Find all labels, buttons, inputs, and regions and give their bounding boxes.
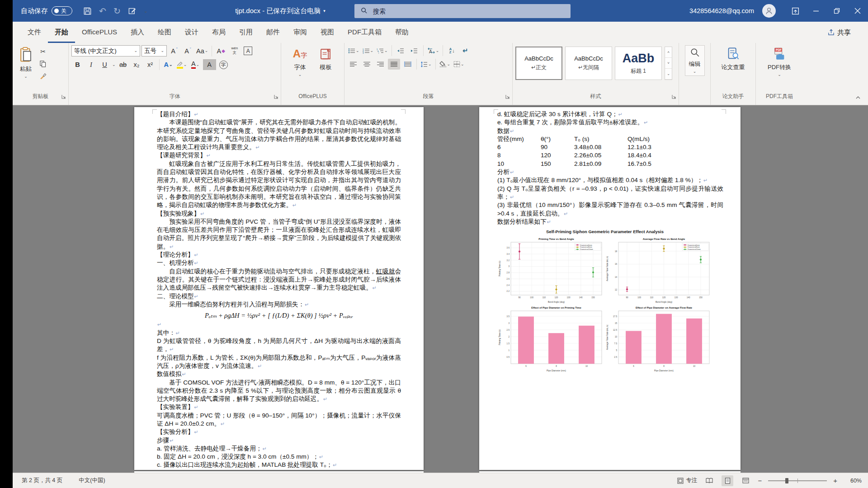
zoom-in-button[interactable]: + xyxy=(833,477,837,484)
tab-插入[interactable]: 插入 xyxy=(124,23,151,43)
styles-scrollbar[interactable]: ˄ ˅ ⌄ xyxy=(665,47,672,80)
print-layout-button[interactable] xyxy=(722,475,733,486)
styles-scroll-down-icon[interactable]: ˅ xyxy=(665,58,672,69)
tab-视图[interactable]: 视图 xyxy=(314,23,341,43)
style-↵正文[interactable]: AaBbCcDc↵正文 xyxy=(515,47,562,80)
align-center-button[interactable] xyxy=(361,59,373,70)
align-left-button[interactable] xyxy=(347,59,359,70)
strikethrough-button[interactable]: ab xyxy=(117,59,129,70)
language-indicator[interactable]: 中文(中国) xyxy=(79,477,105,484)
bullets-button[interactable]: ⌄ xyxy=(347,45,360,56)
tab-帮助[interactable]: 帮助 xyxy=(388,23,415,43)
tab-开始[interactable]: 开始 xyxy=(48,23,75,43)
multilevel-list-button[interactable]: 1ai ⌄ xyxy=(376,45,389,56)
autosave-toggle[interactable]: 自动保存 关 xyxy=(21,6,72,15)
pdf-convert-button[interactable]: PDF PDF转换 ⌄ xyxy=(764,45,795,79)
font-color-button[interactable]: A⌄ xyxy=(189,59,202,70)
grow-font-button[interactable]: Aˆ xyxy=(168,46,180,56)
asian-layout-button[interactable]: A ⌄ xyxy=(426,45,440,56)
tab-PDF工具箱[interactable]: PDF工具箱 xyxy=(341,23,388,43)
web-layout-button[interactable] xyxy=(740,475,751,486)
zoom-out-button[interactable]: − xyxy=(758,477,762,484)
borders-button[interactable]: ⌄ xyxy=(453,59,465,70)
style-↵无间隔[interactable]: AaBbCcDc↵无间隔 xyxy=(565,47,612,80)
restore-button[interactable] xyxy=(826,0,847,22)
officeplus-template-button[interactable]: 模板 xyxy=(315,45,336,73)
analysis-figure[interactable]: Self-Priming Siphon Geometric Parameter … xyxy=(497,228,712,373)
character-shading-button[interactable]: A xyxy=(203,59,216,70)
cut-icon[interactable]: ✂ xyxy=(38,47,48,56)
minimize-button[interactable] xyxy=(806,0,826,22)
tab-审阅[interactable]: 审阅 xyxy=(287,23,314,43)
search-input[interactable] xyxy=(372,7,546,15)
shrink-font-button[interactable]: Aˇ xyxy=(182,46,194,56)
sort-button[interactable]: AZ↓ xyxy=(446,45,458,56)
tab-绘图[interactable]: 绘图 xyxy=(151,23,178,43)
share-button[interactable]: 共享 xyxy=(823,26,855,39)
editing-button[interactable]: 编辑 ⌄ xyxy=(685,45,705,76)
officeplus-fonts-button[interactable]: A字 字体 ⌄ xyxy=(289,45,311,79)
shading-button[interactable]: ⌄ xyxy=(439,59,452,70)
page-indicator[interactable]: 第 2 页，共 4 页 xyxy=(22,477,62,484)
style-标题 1[interactable]: AaBb标题 1 xyxy=(615,47,662,80)
save-icon[interactable] xyxy=(83,7,92,15)
styles-more-icon[interactable]: ⌄ xyxy=(665,69,672,80)
subscript-button[interactable]: x₂ xyxy=(131,59,143,70)
document-title[interactable]: tjpt.docx - 已保存到这台电脑 ▾ xyxy=(208,0,353,22)
decrease-indent-button[interactable] xyxy=(395,45,407,56)
superscript-button[interactable]: x² xyxy=(144,59,156,70)
zoom-slider[interactable] xyxy=(768,480,827,481)
font-size-select[interactable]: 五号⌄ xyxy=(142,45,167,56)
paste-button[interactable]: 粘贴 ⌄ xyxy=(15,45,36,80)
zoom-slider-thumb[interactable] xyxy=(785,478,788,483)
underline-button[interactable]: U xyxy=(99,59,111,70)
tab-布局[interactable]: 布局 xyxy=(205,23,232,43)
phonetic-guide-button[interactable]: wén文 xyxy=(228,46,241,56)
enclose-characters-button[interactable]: 字 xyxy=(217,59,230,70)
focus-mode-button[interactable]: 专注 xyxy=(677,477,697,484)
format-painter-icon[interactable] xyxy=(38,71,48,80)
numbering-button[interactable]: 123 ⌄ xyxy=(362,45,375,56)
tab-邮件[interactable]: 邮件 xyxy=(259,23,287,43)
page-2[interactable]: 【题目介绍】↵本课题围绕“自启动虹吸管”展开，研究其在无需外部吸力条件下自动启动… xyxy=(134,107,424,470)
justify-button[interactable] xyxy=(388,59,400,70)
change-case-button[interactable]: Aa⌄ xyxy=(195,46,209,56)
font-dialog-launcher-icon[interactable] xyxy=(274,93,278,101)
italic-button[interactable]: I xyxy=(85,59,97,70)
clear-formatting-button[interactable]: A◆ xyxy=(215,46,227,56)
align-right-button[interactable] xyxy=(374,59,387,70)
avatar[interactable] xyxy=(762,4,776,18)
styles-dialog-launcher-icon[interactable] xyxy=(672,93,676,101)
highlight-button[interactable]: ⌄ xyxy=(176,59,188,70)
page-3[interactable]: d. 虹吸稳定后记录 30 s 累计体积，计算 Q；↵e. 每组合重复 7 次，… xyxy=(479,107,741,470)
collapse-ribbon-icon[interactable] xyxy=(855,93,861,101)
quick-stamp-icon[interactable] xyxy=(128,7,137,15)
paragraph-dialog-launcher-icon[interactable] xyxy=(505,93,510,101)
search-bar[interactable] xyxy=(354,4,571,18)
tab-引用[interactable]: 引用 xyxy=(232,23,259,43)
paste-dropdown-icon[interactable]: ⌄ xyxy=(24,75,28,79)
tab-OfficePLUS[interactable]: OfficePLUS xyxy=(75,23,124,43)
line-spacing-button[interactable]: ⌄ xyxy=(420,59,433,70)
copy-icon[interactable] xyxy=(38,59,48,68)
underline-dropdown-icon[interactable]: ⌄ xyxy=(112,63,116,67)
tab-设计[interactable]: 设计 xyxy=(178,23,205,43)
qat-dropdown-icon[interactable]: ⌄ xyxy=(144,9,148,14)
increase-indent-button[interactable] xyxy=(408,45,420,56)
autosave-pill[interactable]: 关 xyxy=(52,6,72,15)
text-effects-button[interactable]: A⌄ xyxy=(162,59,175,70)
show-marks-button[interactable]: ↵ xyxy=(459,45,472,56)
ribbon-display-options-icon[interactable] xyxy=(785,0,806,22)
font-family-select[interactable]: 等线 (中文正文)⌄ xyxy=(71,45,140,56)
close-button[interactable] xyxy=(847,0,868,22)
account-email[interactable]: 3428564628@qq.com xyxy=(689,7,754,14)
bold-button[interactable]: B xyxy=(71,59,84,70)
read-mode-button[interactable] xyxy=(703,475,715,486)
character-border-button[interactable]: A xyxy=(242,46,254,56)
zoom-level[interactable]: 60% xyxy=(844,478,862,484)
styles-scroll-up-icon[interactable]: ˄ xyxy=(665,47,672,58)
clipboard-dialog-launcher-icon[interactable] xyxy=(61,93,66,101)
paper-check-button[interactable]: 论文查重 xyxy=(718,45,749,73)
distribute-button[interactable] xyxy=(401,59,414,70)
tab-文件[interactable]: 文件 xyxy=(21,23,48,43)
